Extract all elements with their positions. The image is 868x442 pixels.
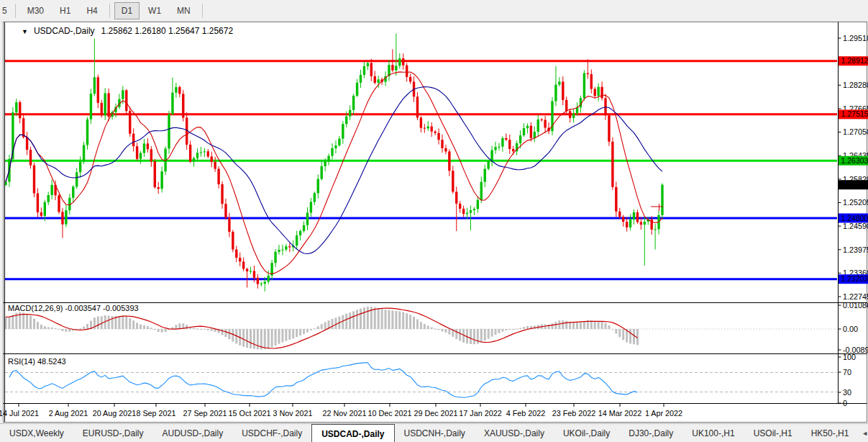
chart-tab-usdcad-daily[interactable]: USDCAD-,Daily <box>311 424 394 442</box>
macd-histogram-bar <box>491 329 493 337</box>
candle-body <box>512 149 514 151</box>
macd-histogram-bar <box>334 317 337 329</box>
candle-body <box>448 151 450 171</box>
candle-body <box>587 73 589 74</box>
chart-tab-usoil-h1[interactable]: USOil-,H1 <box>744 424 802 442</box>
date-tick-label: 14 Mar 2022 <box>598 409 642 418</box>
macd-histogram-bar <box>44 326 46 329</box>
macd-histogram-bar <box>345 314 347 329</box>
macd-histogram-bar <box>385 310 387 329</box>
candle-body <box>228 217 230 232</box>
chart-tab-uk100-h1[interactable]: UK100-,H1 <box>682 424 744 442</box>
chart-tab-ukoil-daily[interactable]: UKOil-,Daily <box>554 424 619 442</box>
level-badge-label: 1.23203 <box>841 274 868 283</box>
timeframe-button-m30[interactable]: M30 <box>20 2 51 19</box>
macd-histogram-bar <box>360 309 362 329</box>
macd-histogram-bar <box>68 329 70 332</box>
candle-body <box>534 132 536 138</box>
candle-body <box>288 246 291 247</box>
candle-body <box>257 278 259 284</box>
rsi-tick-label: 100 <box>843 353 856 361</box>
candle-body <box>597 87 599 96</box>
macd-histogram-bar <box>264 329 266 349</box>
toolbar-separator <box>202 4 203 18</box>
candle-body <box>349 110 351 117</box>
candle-body <box>285 246 287 249</box>
candle <box>107 89 109 121</box>
candle-body <box>327 156 329 162</box>
macd-histogram-bar <box>598 321 600 329</box>
level-badge-label: 1.26303 <box>841 156 868 165</box>
timeframe-button-mn[interactable]: MN <box>170 2 198 19</box>
date-tick-label: 15 Oct 2021 <box>229 409 271 418</box>
candle-body <box>370 63 373 76</box>
macd-histogram-bar <box>22 312 24 329</box>
candle-body <box>441 140 443 148</box>
candle-body <box>477 200 479 209</box>
macd-histogram-bar <box>161 329 163 333</box>
macd-histogram-bar <box>196 329 198 330</box>
chart-tab-audusd-daily[interactable]: AUDUSD-,Daily <box>152 424 232 442</box>
timeframe-button-h1[interactable]: H1 <box>52 2 78 19</box>
candle-body <box>406 66 408 77</box>
chart-tab-hk50-h1[interactable]: HK50-,H1 <box>802 424 859 442</box>
candle-body <box>317 179 319 194</box>
rsi-tick-label: 30 <box>843 388 851 397</box>
candle-body <box>395 66 397 70</box>
candle-body <box>360 75 362 83</box>
timeframe-button-w1[interactable]: W1 <box>141 2 168 19</box>
date-tick-label: 8 Sep 2021 <box>136 409 175 418</box>
candle-body <box>143 143 145 153</box>
candle-body <box>484 169 486 182</box>
price-tick-label: 1.27050 <box>843 127 868 136</box>
macd-histogram-bar <box>118 316 120 329</box>
macd-histogram-bar <box>221 329 224 335</box>
macd-histogram-bar <box>349 312 351 329</box>
macd-histogram-bar <box>83 327 85 329</box>
candle-body <box>221 184 223 204</box>
candle-body <box>296 235 298 245</box>
candle-body <box>299 231 301 235</box>
macd-histogram-bar <box>508 329 511 330</box>
chart-canvas[interactable]: 1.295101.282801.276651.270501.264351.258… <box>0 0 868 442</box>
chart-tab-dj30-daily[interactable]: DJ30-,Daily <box>619 424 682 442</box>
candle-body <box>321 166 323 179</box>
timeframe-button-d1[interactable]: D1 <box>114 2 140 19</box>
chart-tab-xauusd-daily[interactable]: XAUUSD-,Daily <box>475 424 554 442</box>
candle-body <box>232 232 234 250</box>
chart-tab-usdchf-daily[interactable]: USDCHF-,Daily <box>232 424 311 442</box>
candle-body <box>554 85 557 102</box>
chart-tab-usdcnh-daily[interactable]: USDCNH-,Daily <box>395 424 475 442</box>
candle-body <box>196 153 198 158</box>
candle-body <box>590 74 593 89</box>
macd-histogram-bar <box>55 328 57 329</box>
candle-body <box>160 171 163 189</box>
candle <box>86 117 88 150</box>
chevron-down-icon[interactable]: ▼ <box>22 28 28 35</box>
macd-histogram-bar <box>125 317 127 329</box>
rsi-tick-label: 0 <box>843 399 847 407</box>
macd-histogram-bar <box>416 319 419 329</box>
macd-histogram-bar <box>51 328 53 329</box>
macd-histogram-bar <box>622 329 624 340</box>
candle-body <box>490 150 493 161</box>
candle-body <box>473 209 475 210</box>
timeframe-button-5[interactable]: 5 <box>1 2 11 19</box>
candle-body <box>310 202 312 212</box>
candle-body <box>565 100 567 112</box>
timeframe-button-h4[interactable]: H4 <box>79 2 104 19</box>
candle-body <box>61 212 63 224</box>
candle-body <box>168 114 170 149</box>
chart-tab-usdx-weekly[interactable]: USDX,Weekly <box>0 424 73 442</box>
macd-histogram-bar <box>136 323 138 329</box>
tabs-scroll-left-icon[interactable]: ◄ <box>858 428 868 438</box>
macd-histogram-bar <box>332 319 334 329</box>
macd-histogram-bar <box>29 316 32 329</box>
candle-body <box>611 142 613 187</box>
price-tick-label: 1.24590 <box>843 222 868 230</box>
candle-body <box>431 127 433 132</box>
macd-histogram-bar <box>79 328 81 329</box>
candle-body <box>157 187 160 189</box>
macd-histogram-bar <box>292 329 294 338</box>
chart-tab-eurusd-daily[interactable]: EURUSD-,Daily <box>73 424 153 442</box>
